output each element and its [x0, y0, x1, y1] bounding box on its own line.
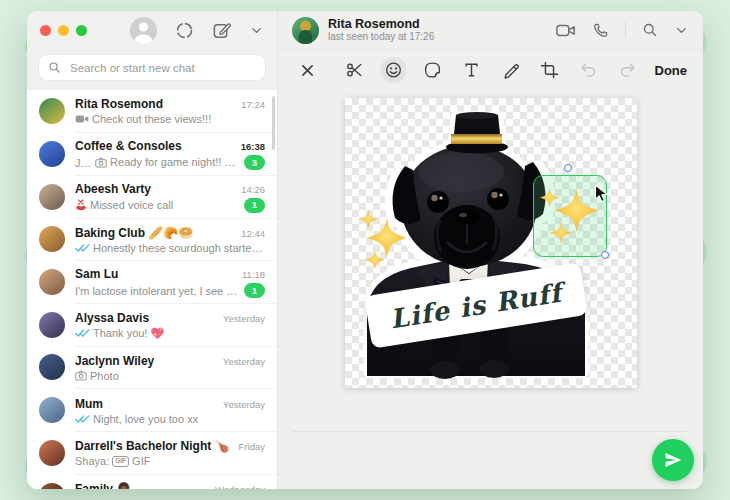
chat-preview-text: Check out these views!!! [92, 113, 211, 125]
chat-preview: Photo [75, 370, 119, 382]
sidebar-toolbar [27, 11, 277, 49]
chat-time: Yesterday [223, 356, 265, 367]
compose-icon [212, 21, 231, 40]
chat-avatar [39, 269, 65, 295]
missed-call-icon [75, 199, 87, 211]
search-input[interactable] [68, 61, 256, 75]
video-camera-icon [556, 23, 576, 38]
chat-name: Jaclynn Wiley [75, 354, 154, 368]
chat-list-item[interactable]: Family 👩🏾‍🦱 Wednesday Grandma: Happy dan… [27, 474, 277, 489]
chat-menu-button[interactable] [674, 23, 689, 38]
chat-name: Alyssa Davis [75, 311, 149, 325]
undo-icon [579, 61, 597, 79]
chat-time: 14:26 [241, 184, 265, 195]
chat-time: Yesterday [223, 313, 265, 324]
camera-icon [75, 370, 87, 381]
chat-preview-text: Honestly these sourdough starters are aw… [93, 242, 265, 254]
editor-toolbar: Done [278, 50, 703, 90]
minimize-window-button[interactable] [58, 25, 69, 36]
text-tool-button[interactable] [458, 57, 484, 83]
search-icon [642, 22, 658, 38]
chat-list-item[interactable]: Baking Club 🥖🥐🥯 12:44 Honestly these sou… [27, 218, 277, 261]
read-receipt-icon [75, 328, 90, 338]
contact-avatar[interactable] [292, 17, 319, 44]
chat-preview-text: I'm lactose intolerant yet, I see cheese… [75, 285, 238, 297]
chat-list-item[interactable]: Darrell's Bachelor Night 🍗 Friday Shaya:… [27, 432, 277, 475]
sticker-icon [423, 61, 441, 79]
chevron-down-icon [249, 23, 264, 38]
chat-list-item[interactable]: Abeesh Varty 14:26 Missed voice call 1 [27, 175, 277, 218]
chat-list-item[interactable]: Sam Lu 11:18 I'm lactose intolerant yet,… [27, 261, 277, 304]
chat-list-item[interactable]: Rita Rosemond 17:24 Check out these view… [27, 90, 277, 133]
chat-avatar [39, 354, 65, 380]
contact-last-seen: last seen today at 17:26 [328, 31, 434, 43]
close-icon [301, 64, 314, 77]
chat-avatar [39, 397, 65, 423]
chat-avatar [39, 483, 65, 489]
redo-button[interactable] [614, 57, 640, 83]
person-icon [130, 17, 157, 44]
crop-icon [540, 61, 558, 79]
profile-avatar-button[interactable] [130, 17, 157, 44]
traffic-lights [40, 25, 87, 36]
close-window-button[interactable] [40, 25, 51, 36]
text-icon [462, 61, 480, 79]
cut-tool-button[interactable] [341, 57, 367, 83]
chat-preview-text: Missed voice call [90, 199, 173, 211]
chat-preview: Joe: Ready for game night!! 🍿🕹️🍿 [75, 156, 238, 169]
crop-tool-button[interactable] [536, 57, 562, 83]
sticker-tool-button[interactable] [419, 57, 445, 83]
mouse-cursor-icon [594, 184, 610, 203]
resize-handle[interactable] [601, 251, 609, 259]
sidebar: Rita Rosemond 17:24 Check out these view… [27, 11, 278, 489]
chat-preview: Night, love you too xx [75, 413, 198, 425]
sidebar-menu-button[interactable] [249, 23, 264, 38]
contact-name: Rita Rosemond [328, 17, 434, 31]
chat-list-item[interactable]: Alyssa Davis Yesterday Thank you! 💖 [27, 303, 277, 346]
unread-badge: 1 [244, 198, 265, 213]
read-receipt-icon [75, 414, 90, 424]
sticker-canvas[interactable]: Life is Ruff [345, 98, 637, 388]
chat-time: Wednesday [215, 484, 265, 489]
chat-preview-text: GIF [132, 455, 150, 467]
chat-time: 16:38 [241, 141, 265, 152]
close-editor-button[interactable] [294, 57, 320, 83]
done-button[interactable]: Done [655, 63, 688, 78]
chat-list-scrollbar[interactable] [272, 96, 275, 150]
chat-preview: Missed voice call [75, 199, 173, 211]
chat-name: Coffee & Consoles [75, 139, 182, 153]
chat-preview: Honestly these sourdough starters are aw… [75, 242, 265, 254]
chat-preview-text: Night, love you too xx [93, 413, 198, 425]
draw-tool-button[interactable] [497, 57, 523, 83]
chat-name: Mum [75, 397, 103, 411]
new-chat-button[interactable] [212, 21, 231, 40]
chevron-down-icon [674, 23, 689, 38]
status-ring-icon [175, 21, 194, 40]
video-call-button[interactable] [556, 23, 576, 38]
undo-button[interactable] [575, 57, 601, 83]
chat-preview: Shaya: GIFGIF [75, 455, 150, 467]
fullscreen-window-button[interactable] [76, 25, 87, 36]
rotate-handle[interactable] [564, 164, 572, 172]
chat-list-item[interactable]: Mum Yesterday Night, love you too xx [27, 389, 277, 432]
pencil-icon [501, 61, 519, 79]
chat-list-item[interactable]: Jaclynn Wiley Yesterday Photo [27, 346, 277, 389]
video-icon [75, 114, 89, 124]
send-button[interactable] [652, 439, 694, 481]
emoji-tool-button[interactable] [380, 57, 406, 83]
chat-list-item[interactable]: Coffee & Consoles 16:38 Joe: Ready for g… [27, 133, 277, 176]
app-window: Rita Rosemond 17:24 Check out these view… [27, 11, 703, 489]
chat-name: Darrell's Bachelor Night 🍗 [75, 439, 230, 453]
chat-preview-text: Photo [90, 370, 119, 382]
search-icon [48, 61, 61, 74]
scissors-icon [345, 61, 363, 79]
chat-preview: I'm lactose intolerant yet, I see cheese… [75, 285, 238, 297]
chat-time: 12:44 [241, 228, 265, 239]
chat-name: Family 👩🏾‍🦱 [75, 482, 131, 489]
status-button[interactable] [175, 21, 194, 40]
chat-avatar [39, 98, 65, 124]
voice-call-button[interactable] [592, 22, 609, 39]
chat-time: 17:24 [241, 99, 265, 110]
search-in-chat-button[interactable] [642, 22, 658, 38]
chat-time: Yesterday [223, 399, 265, 410]
